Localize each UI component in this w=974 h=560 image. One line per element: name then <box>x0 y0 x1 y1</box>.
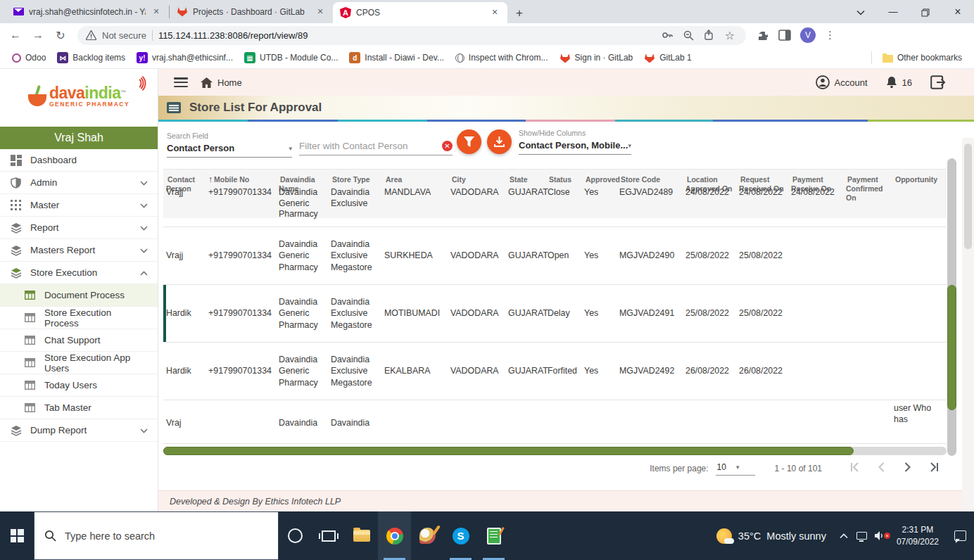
first-page-button[interactable] <box>845 462 864 474</box>
column-header[interactable]: Status Close <box>545 170 581 218</box>
column-header[interactable]: City VADODARA <box>448 170 505 218</box>
minimize-button[interactable]: — <box>877 0 909 23</box>
cortana-button[interactable] <box>279 511 312 560</box>
next-page-button[interactable] <box>898 462 918 474</box>
browser-menu-kebab-icon[interactable]: ⋮ <box>825 29 835 42</box>
sidebar-item-report[interactable]: Report <box>0 217 158 239</box>
table-row[interactable]: Vraj Davaindia Davaindia <box>163 400 947 444</box>
bookmark-odoo[interactable]: Odoo <box>7 51 51 65</box>
sidebar-item-tab-master[interactable]: Tab Master <box>0 397 158 419</box>
tab-cpos-active[interactable]: A CPOS × <box>333 2 507 23</box>
hamburger-menu-icon[interactable] <box>174 77 188 87</box>
sidebar-item-dump-report[interactable]: Dump Report <box>0 419 158 442</box>
bookmark-diawi[interactable]: dInstall - Diawi - Dev... <box>344 50 448 65</box>
column-header[interactable]: Request Received On 24/08/2022 <box>736 170 788 218</box>
previous-page-button[interactable] <box>871 462 891 474</box>
sidebar-item-master[interactable]: Master <box>0 194 158 217</box>
tab-close-icon[interactable]: × <box>315 6 326 18</box>
restore-button[interactable] <box>909 0 942 23</box>
sidebar-item-store-execution-app-users[interactable]: Store Execution App Users <box>0 352 158 374</box>
vertical-scrollbar[interactable] <box>947 158 956 456</box>
bookmark-backlog[interactable]: ⋈Backlog items <box>52 50 130 65</box>
file-explorer-button[interactable] <box>345 511 378 560</box>
browser-scrollbar-thumb[interactable] <box>964 144 972 249</box>
column-header[interactable]: Davaindia Name Davaindia Generic Pharmac… <box>276 170 328 218</box>
task-view-button[interactable] <box>312 511 345 560</box>
sidebar-item-admin[interactable]: Admin <box>0 172 158 194</box>
column-header[interactable]: Opportunity <box>891 170 947 218</box>
logout-icon[interactable] <box>930 75 946 89</box>
sidebar-item-chat-support[interactable]: Chat Support <box>0 329 158 352</box>
tray-expand-button[interactable] <box>835 533 853 539</box>
column-header[interactable]: Approved Yes <box>581 170 616 218</box>
search-field-select[interactable]: Search Field Contact Person▾ <box>167 132 292 158</box>
share-icon[interactable] <box>704 30 715 41</box>
vertical-scrollbar-thumb[interactable] <box>947 285 956 410</box>
bookmark-gitlab-1[interactable]: GitLab 1 <box>639 50 696 65</box>
column-header[interactable]: Store Type Davaindia Exclusive <box>328 170 381 218</box>
column-header[interactable]: Store Code EGJVAD2489 <box>616 170 683 218</box>
extensions-puzzle-icon[interactable] <box>757 30 769 42</box>
browser-page-scrollbar[interactable] <box>962 138 974 560</box>
notifications-button[interactable]: 16 <box>886 76 912 89</box>
volume-tray-button[interactable]: × <box>871 531 890 540</box>
filter-input[interactable]: Filter with Contact Person ✕ <box>299 141 453 155</box>
reload-button[interactable]: ↻ <box>51 29 70 42</box>
tab-gitlab[interactable]: Projects · Dashboard · GitLab × <box>170 0 333 23</box>
other-bookmarks[interactable]: Other bookmarks <box>878 51 967 65</box>
home-button[interactable]: Home <box>201 77 242 88</box>
sidebar-item-store-execution[interactable]: Store Execution <box>0 262 158 284</box>
skype-button[interactable]: S <box>444 511 477 560</box>
horizontal-scrollbar[interactable] <box>163 447 947 455</box>
sidebar-item-store-execution-process[interactable]: Store Execution Process <box>0 307 158 329</box>
horizontal-scrollbar-thumb[interactable] <box>163 447 854 455</box>
last-page-button[interactable] <box>925 462 944 474</box>
sidebar-item-dashboard[interactable]: Dashboard <box>0 149 158 172</box>
back-button[interactable]: ← <box>6 29 25 42</box>
column-header[interactable]: Area MANDLAVA <box>381 170 448 218</box>
password-key-icon[interactable] <box>662 30 673 41</box>
bookmark-sheets[interactable]: ▦UTDB - Module Co... <box>239 50 343 65</box>
account-button[interactable]: Account <box>816 75 868 89</box>
bookmark-gitlab-signin[interactable]: Sign in · GitLab <box>555 50 638 65</box>
column-header[interactable]: Payment Receive On 24/08/2022 <box>788 170 843 218</box>
sidebar-item-masters-report[interactable]: Masters Report <box>0 239 158 262</box>
zoom-icon[interactable] <box>683 30 694 41</box>
tab-search-chevron-icon[interactable] <box>845 0 877 23</box>
forward-button[interactable]: → <box>28 29 48 42</box>
table-row[interactable]: Vrajj +917990701334 Davaindia Generic Ph… <box>163 227 947 285</box>
bookmark-star-icon[interactable]: ☆ <box>725 29 735 42</box>
address-bar[interactable]: Not secure 115.124.111.238:8086/report/v… <box>77 26 746 45</box>
column-header[interactable]: ↑Mobile No +917990701334 <box>205 170 276 218</box>
clock[interactable]: 2:31 PM 07/09/2022 <box>890 524 946 547</box>
notes-app-button[interactable] <box>477 511 510 560</box>
tab-close-icon[interactable]: × <box>489 7 500 18</box>
show-hide-columns-select[interactable]: Show/Hide Columns Contact Person, Mobile… <box>519 129 631 155</box>
network-tray-button[interactable] <box>853 532 871 540</box>
sidebar-item-document-process[interactable]: Document Process <box>0 284 158 307</box>
bookmark-yahoo[interactable]: y!vraj.shah@ethicsinf... <box>132 50 238 65</box>
column-header[interactable]: Payment Confirmed On <box>843 170 891 218</box>
download-button[interactable] <box>487 129 512 154</box>
paint-button[interactable] <box>411 511 444 560</box>
bookmark-inspect[interactable]: Inspect with Chrom... <box>450 51 553 65</box>
column-header[interactable]: State GUJARAT <box>505 170 545 218</box>
start-button[interactable] <box>0 511 34 560</box>
action-center-button[interactable] <box>946 530 974 541</box>
sidebar-item-today-users[interactable]: Today Users <box>0 374 158 397</box>
weather-widget[interactable]: 35°C Mostly sunny <box>708 528 835 544</box>
tab-close-icon[interactable]: × <box>151 6 162 18</box>
column-header[interactable]: Contact Person Vrajj <box>163 170 205 218</box>
side-panel-icon[interactable] <box>778 30 791 41</box>
column-header[interactable]: Location Approved On 24/08/2022 <box>683 170 736 218</box>
filter-button[interactable] <box>457 129 481 154</box>
clear-filter-icon[interactable]: ✕ <box>442 141 453 151</box>
new-tab-button[interactable]: + <box>507 6 531 20</box>
profile-avatar[interactable]: V <box>800 27 816 43</box>
close-window-button[interactable]: × <box>942 0 974 23</box>
taskbar-search[interactable]: Type here to search <box>34 511 279 560</box>
items-per-page-select[interactable]: 10▾ <box>716 461 755 476</box>
table-row[interactable]: Hardik +917990701334 Davaindia Generic P… <box>163 343 947 400</box>
chrome-button[interactable] <box>378 511 411 560</box>
table-row[interactable]: Hardik +917990701334 Davaindia Generic P… <box>163 285 947 343</box>
